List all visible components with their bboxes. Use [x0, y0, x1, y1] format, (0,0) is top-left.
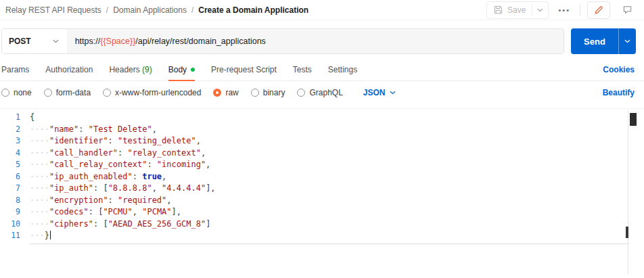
line-number: 10 — [0, 218, 20, 231]
comments-button[interactable] — [617, 1, 637, 19]
code-text: ····"ip_auth": ["8.8.8.8", "4.4.4.4"], — [20, 183, 216, 195]
code-line[interactable]: 7····"ip_auth": ["8.8.8.8", "4.4.4.4"], — [0, 183, 644, 195]
line-number: 1 — [0, 112, 20, 124]
send-dropdown-button[interactable] — [618, 28, 636, 54]
request-bar: POST https://{{Space}}/api/relay/rest/do… — [1, 28, 636, 54]
tab-body[interactable]: Body — [168, 58, 195, 80]
code-editor[interactable]: 1{2····"name": "Test Delete",3····"ident… — [0, 108, 644, 274]
radio-icon — [1, 89, 9, 97]
body-type-bar: noneform-datax-www-form-urlencodedrawbin… — [0, 81, 644, 104]
code-line[interactable]: 4····"call_handler": "relay_context", — [0, 147, 644, 160]
body-type-form-data[interactable]: form-data — [44, 88, 91, 97]
code-line[interactable]: 9····"codecs": ["PCMU", "PCMA"], — [0, 206, 644, 218]
code-text: ····"codecs": ["PCMU", "PCMA"], — [20, 206, 181, 218]
code-line[interactable]: 11···} — [0, 230, 644, 242]
save-button[interactable]: Save — [487, 5, 532, 15]
line-number: 4 — [0, 147, 20, 160]
save-dropdown-button[interactable] — [532, 2, 548, 18]
scrollbar-track[interactable] — [628, 110, 628, 274]
tab-label: Headers — [109, 65, 139, 74]
more-options-button[interactable]: ••• — [555, 6, 573, 14]
request-tabs: ParamsAuthorizationHeaders (9)BodyPre-re… — [1, 58, 357, 80]
code-line[interactable]: 10····"ciphers": ["AEAD_AES_256_GCM_8"] — [0, 218, 644, 231]
chevron-down-icon — [390, 91, 396, 95]
text-cursor — [50, 231, 51, 239]
pencil-icon — [594, 5, 603, 15]
tab-pre-request-script[interactable]: Pre-request Script — [211, 58, 277, 80]
save-button-group: Save — [486, 1, 549, 19]
comment-icon — [622, 5, 632, 15]
edit-annotate-button[interactable] — [587, 1, 610, 19]
url-variable: {{Space}} — [100, 37, 135, 46]
radio-icon — [103, 89, 111, 97]
code-text: ····"name": "Test Delete", — [20, 124, 157, 136]
code-text: ····"ciphers": ["AEAD_AES_256_GCM_8"] — [20, 218, 210, 231]
line-number: 9 — [0, 206, 20, 218]
code-text: ····"call_handler": "relay_context", — [20, 147, 206, 160]
line-number: 5 — [0, 159, 20, 171]
code-line[interactable]: 3····"identifier": "testing_delete", — [0, 135, 644, 147]
tab-label: Body — [168, 65, 187, 74]
body-content-dot — [191, 68, 195, 72]
radio-label: raw — [225, 88, 238, 97]
tab-tests[interactable]: Tests — [293, 58, 312, 80]
line-number: 3 — [0, 135, 20, 147]
breadcrumb-item[interactable]: Relay REST API Requests — [5, 5, 101, 15]
breadcrumb-separator: / — [191, 5, 193, 15]
postman-request-page: Relay REST API Requests/Domain Applicati… — [0, 0, 644, 274]
radio-label: binary — [263, 88, 285, 97]
code-line[interactable]: 6····"ip_auth_enabled": true, — [0, 171, 644, 183]
line-number: 7 — [0, 183, 20, 195]
code-line[interactable]: 5····"call_relay_context": "incoming", — [0, 159, 644, 171]
body-type-none[interactable]: none — [1, 88, 32, 97]
url-prefix: https:// — [75, 37, 101, 46]
code-text: ····"identifier": "testing_delete", — [20, 135, 201, 147]
radio-label: GraphQL — [309, 88, 342, 97]
tab-headers[interactable]: Headers (9) — [109, 58, 152, 80]
scrollbar-cursor-marker — [626, 227, 628, 238]
code-line[interactable]: 1{ — [0, 112, 644, 124]
body-type-binary[interactable]: binary — [251, 88, 285, 97]
beautify-link[interactable]: Beautify — [603, 88, 635, 97]
method-select[interactable]: POST — [2, 29, 67, 53]
code-text: ····"ip_auth_enabled": true, — [20, 171, 166, 183]
radio-icon — [213, 89, 221, 97]
tab-label: Authorization — [45, 65, 93, 74]
line-number: 8 — [0, 195, 20, 207]
language-select[interactable]: JSON — [363, 88, 396, 97]
scrollbar-thumb[interactable] — [630, 113, 637, 126]
radio-label: none — [14, 88, 32, 97]
tab-authorization[interactable]: Authorization — [45, 58, 93, 80]
breadcrumb-item[interactable]: Create a Domain Application — [198, 5, 308, 15]
topbar-actions: Save ••• — [486, 1, 637, 19]
code-line[interactable]: 2····"name": "Test Delete", — [0, 124, 644, 136]
body-type-raw[interactable]: raw — [213, 88, 238, 97]
tab-params[interactable]: Params — [1, 58, 29, 80]
body-type-graphql[interactable]: GraphQL — [297, 88, 342, 97]
request-tabs-bar: ParamsAuthorizationHeaders (9)BodyPre-re… — [0, 58, 644, 81]
code-lines: 1{2····"name": "Test Delete",3····"ident… — [0, 109, 644, 242]
line-number: 11 — [0, 230, 20, 242]
url-input[interactable]: https://{{Space}}/api/relay/rest/domain_… — [67, 29, 564, 53]
editor-bottom-divider — [30, 244, 629, 244]
tab-settings[interactable]: Settings — [328, 58, 357, 80]
tab-label: Settings — [328, 65, 357, 74]
code-text: { — [20, 112, 34, 124]
language-label: JSON — [363, 88, 386, 97]
radio-label: x-www-form-urlencoded — [115, 88, 201, 97]
breadcrumb-bar: Relay REST API Requests/Domain Applicati… — [0, 0, 644, 20]
line-number: 6 — [0, 171, 20, 183]
cookies-link[interactable]: Cookies — [603, 65, 635, 74]
chevron-down-icon — [624, 39, 630, 43]
url-path: /api/relay/rest/domain_applications — [135, 37, 265, 46]
code-text: ···} — [20, 230, 51, 242]
send-button[interactable]: Send — [571, 28, 618, 54]
url-group: POST https://{{Space}}/api/relay/rest/do… — [1, 28, 564, 54]
method-label: POST — [9, 37, 31, 46]
send-button-group: Send — [571, 28, 636, 54]
body-type-x-www-form-urlencoded[interactable]: x-www-form-urlencoded — [103, 88, 201, 97]
code-line[interactable]: 8····"encryption": "required", — [0, 195, 644, 207]
breadcrumb-item[interactable]: Domain Applications — [113, 5, 187, 15]
code-text: ····"call_relay_context": "incoming", — [20, 159, 210, 171]
tab-label: Params — [1, 65, 29, 74]
